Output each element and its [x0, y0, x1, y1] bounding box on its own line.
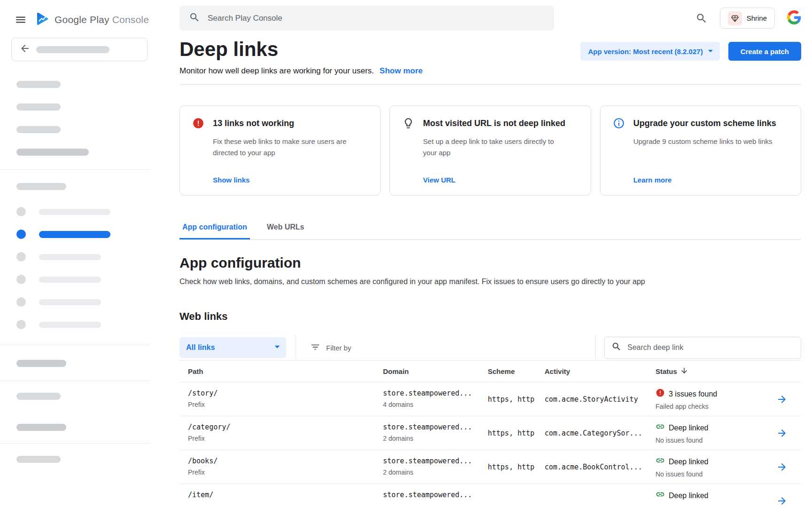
- domain-count: 4 domains: [383, 400, 488, 409]
- sidebar-header: Google Play Console: [0, 11, 150, 28]
- path-type: Prefix: [188, 400, 383, 409]
- nav-item-icon: [16, 320, 26, 329]
- filter-by-button[interactable]: Filter by: [310, 342, 351, 354]
- filter-icon: [310, 342, 320, 354]
- table-row[interactable]: /category/ Prefix store.steampowered... …: [180, 416, 801, 450]
- app-chip-label: Shrine: [747, 14, 767, 22]
- row-forward-arrow-icon[interactable]: [776, 394, 788, 405]
- play-console-logo-icon: [35, 11, 50, 28]
- learn-more-link[interactable]: Learn more: [633, 176, 789, 184]
- lightbulb-icon: [402, 117, 414, 129]
- table-header-row: Path Domain Scheme Activity Status: [180, 361, 801, 382]
- card-title: Most visited URL is not deep linked: [423, 117, 578, 129]
- tab-app-configuration[interactable]: App configuration: [180, 216, 250, 239]
- skeleton-bar: [36, 46, 109, 53]
- table-row[interactable]: /story/ Prefix store.steampowered... 4 d…: [180, 382, 801, 416]
- table-row[interactable]: /books/ Prefix store.steampowered... 2 d…: [180, 450, 801, 484]
- nav-item-icon: [16, 230, 26, 239]
- card-most-visited-url: Most visited URL is not deep linked Set …: [390, 105, 591, 196]
- domain-value: store.steampowered...: [383, 422, 488, 432]
- row-forward-arrow-icon[interactable]: [776, 495, 788, 507]
- app-version-dropdown[interactable]: App version: Most recent (8.2.027): [580, 42, 719, 61]
- activity-value: com.acme.BookControl...: [545, 462, 656, 472]
- path-type: Prefix: [188, 468, 383, 476]
- sidebar-nav-item[interactable]: [0, 246, 150, 268]
- scheme-value: https, http: [488, 462, 545, 472]
- skeleton-bar: [16, 149, 89, 156]
- show-more-link[interactable]: Show more: [380, 66, 423, 76]
- card-title: 13 links not working: [213, 117, 368, 129]
- card-body: Upgrade 9 custom scheme links to web lin…: [633, 136, 777, 147]
- main-content: Shrine Deep links: [150, 0, 812, 508]
- scheme-value: https, http: [488, 428, 545, 438]
- skeleton-bar: [16, 360, 66, 367]
- status-value: Deep linked: [669, 491, 709, 501]
- column-header-path: Path: [188, 367, 383, 375]
- error-icon: [656, 388, 665, 400]
- chevron-down-icon: [705, 45, 716, 58]
- arrow-back-icon: [19, 43, 31, 56]
- skeleton-bar: [39, 299, 101, 305]
- path-type: Prefix: [188, 434, 383, 443]
- skeleton-bar: [16, 81, 61, 88]
- filter-bar: All links Filter by: [180, 335, 801, 361]
- row-forward-arrow-icon[interactable]: [776, 428, 788, 439]
- sidebar-nav-item[interactable]: [0, 313, 150, 336]
- status-detail: No issues found: [656, 436, 776, 444]
- insight-cards: 13 links not working Fix these web links…: [180, 105, 801, 196]
- deep-link-search-input[interactable]: [627, 343, 794, 352]
- sidebar-nav-item[interactable]: [0, 200, 150, 223]
- sort-descending-icon: [680, 366, 688, 376]
- tab-web-urls[interactable]: Web URLs: [264, 216, 307, 239]
- divider: [0, 381, 150, 381]
- table-row[interactable]: /item/ store.steampowered...: [180, 484, 801, 508]
- back-button[interactable]: [11, 38, 148, 61]
- global-search-icon[interactable]: [695, 12, 708, 24]
- links-filter-value: All links: [186, 343, 215, 352]
- play-console-logo[interactable]: Google Play Console: [35, 11, 149, 28]
- domain-count: 2 domains: [383, 468, 488, 476]
- skeleton-bar: [16, 456, 61, 463]
- view-url-link[interactable]: View URL: [423, 176, 578, 184]
- column-header-scheme: Scheme: [488, 367, 545, 375]
- activity-value: com.acme.StoryActivity: [545, 394, 656, 405]
- sidebar-nav-item[interactable]: [0, 268, 150, 291]
- domain-count: 2 domains: [383, 434, 488, 443]
- card-title: Upgrade your custom scheme links: [633, 117, 789, 129]
- tab-bar: App configuration Web URLs: [180, 216, 801, 240]
- sidebar-nav-item-active[interactable]: [0, 223, 150, 246]
- console-search-input[interactable]: [208, 14, 545, 23]
- topbar: Shrine: [180, 6, 801, 31]
- show-links-link[interactable]: Show links: [213, 176, 368, 184]
- app-window: Google Play Console: [0, 0, 812, 508]
- google-logo: [787, 10, 801, 26]
- column-header-status[interactable]: Status: [656, 366, 776, 376]
- skeleton-bar: [39, 277, 101, 283]
- divider: [180, 84, 801, 85]
- create-patch-button[interactable]: Create a patch: [728, 42, 801, 61]
- activity-value: com.acme.CategorySor...: [545, 428, 656, 438]
- status-value: Deep linked: [669, 423, 709, 433]
- menu-icon[interactable]: [14, 13, 27, 26]
- page-header: Deep links Monitor how well deep links a…: [180, 37, 801, 76]
- deep-link-search-box: [604, 337, 801, 359]
- section-heading: App configuration: [180, 255, 801, 271]
- nav-item-icon: [16, 207, 26, 216]
- status-value: Deep linked: [669, 457, 709, 467]
- status-value: 3 issues found: [669, 389, 717, 399]
- topbar-right: Shrine: [695, 8, 801, 29]
- row-forward-arrow-icon[interactable]: [776, 461, 788, 473]
- shrine-app-icon: [728, 11, 742, 25]
- filter-by-label: Filter by: [326, 344, 351, 352]
- links-filter-dropdown[interactable]: All links: [180, 337, 286, 358]
- skeleton-bar: [16, 183, 66, 190]
- sidebar-nav-item[interactable]: [0, 291, 150, 313]
- path-value: /books/: [188, 456, 383, 466]
- status-detail: Failed app checks: [656, 402, 776, 411]
- domain-value: store.steampowered...: [383, 456, 488, 466]
- domain-value: store.steampowered...: [383, 388, 488, 398]
- page-title: Deep links: [180, 37, 422, 62]
- app-switcher-chip[interactable]: Shrine: [720, 8, 775, 29]
- card-upgrade-schemes: Upgrade your custom scheme links Upgrade…: [600, 105, 801, 196]
- skeleton-bar: [39, 231, 110, 238]
